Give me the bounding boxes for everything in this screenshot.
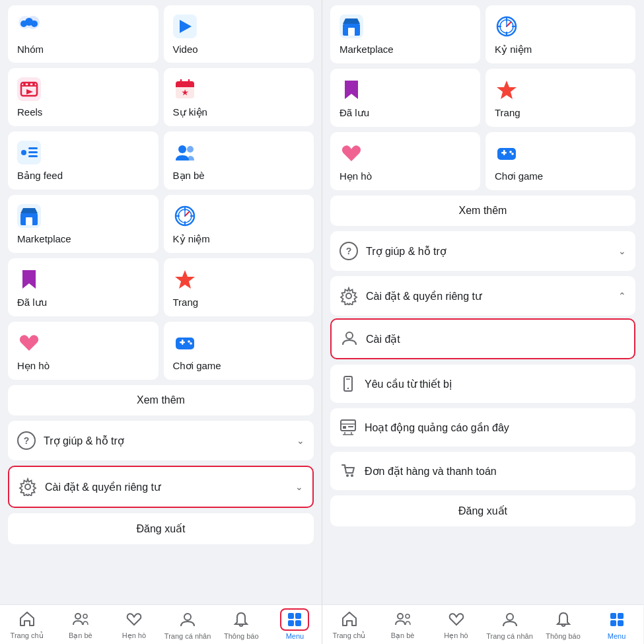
left-trogiup-row[interactable]: ? Trợ giúp & hỗ trợ ⌄ [8, 421, 314, 460]
right-item-marketplace[interactable]: Marketplace [330, 5, 480, 63]
right-sub-dondat[interactable]: Đơn đặt hàng và thanh toán [330, 452, 635, 490]
left-item-marketplace[interactable]: Marketplace [8, 195, 159, 253]
right-marketplace-label: Marketplace [340, 44, 394, 55]
right-item-kyniem[interactable]: Kỷ niệm [485, 5, 635, 63]
svg-rect-24 [28, 155, 38, 157]
sukien-label: Sự kiện [173, 106, 207, 118]
choigame-label: Chơi game [173, 360, 221, 372]
right-sub-hoatdong-label: Hoạt động quảng cáo gần đây [365, 421, 509, 434]
profile-icon [173, 608, 202, 631]
nhom-label: Nhóm [17, 44, 44, 55]
henho-label: Hẹn hò [17, 360, 50, 372]
left-item-bangfeed[interactable]: Bảng feed [8, 131, 159, 190]
left-item-daluu[interactable]: Đã lưu [8, 258, 159, 316]
left-bottom-nav: Trang chủ Bạn bè Hẹn hò Trang cá nhân Th… [0, 604, 322, 644]
right-grid-row-1: Marketplace Kỷ niệm [330, 5, 635, 63]
left-grid-row-2: Reels ★ Sự kiện [8, 68, 314, 126]
right-item-trang[interactable]: Trang [485, 69, 635, 127]
right-nav-bell[interactable]: Thông báo [536, 608, 590, 640]
left-item-banbe[interactable]: Bạn bè [164, 131, 314, 190]
banbe-label: Bạn bè [173, 170, 205, 182]
right-sub-yeucau[interactable]: Yêu cầu từ thiết bị [330, 365, 635, 403]
left-nav-tranchu[interactable]: Trang chủ [0, 608, 54, 640]
svg-rect-50 [295, 613, 301, 619]
right-caidat-section-row[interactable]: Cài đặt & quyền riêng tư ⌃ [330, 276, 635, 316]
left-item-nhom[interactable]: Nhóm [8, 5, 159, 63]
left-nav-tranchu-label: Trang chủ [11, 631, 44, 640]
kyniem-label: Kỷ niệm [173, 233, 210, 245]
right-sub-hoatdong[interactable]: Hoạt động quảng cáo gần đây [330, 408, 635, 447]
right-dangxuat-button[interactable]: Đăng xuất [330, 495, 635, 526]
right-nav-profile-label: Trang cá nhân [486, 632, 533, 640]
right-nav-menu[interactable]: Menu [590, 608, 643, 640]
left-nav-menu[interactable]: Menu [268, 608, 322, 640]
right-trogiup-left: ? Trợ giúp & hỗ trợ [340, 242, 447, 260]
right-trogiup-row[interactable]: ? Trợ giúp & hỗ trợ ⌄ [330, 231, 635, 271]
trang-icon [173, 268, 197, 291]
svg-rect-90 [610, 620, 616, 626]
left-item-sukien[interactable]: ★ Sự kiện [164, 68, 314, 126]
svg-point-72 [346, 332, 353, 339]
right-nav-tranchu-label: Trang chủ [332, 631, 365, 640]
svg-rect-88 [610, 613, 616, 619]
caidat-section-label: Cài đặt & quyền riêng tư [45, 481, 161, 493]
svg-rect-89 [618, 613, 624, 619]
left-caidat-row[interactable]: Cài đặt & quyền riêng tư ⌄ [8, 466, 314, 508]
right-marketplace-icon [340, 15, 363, 38]
svg-point-21 [21, 150, 26, 155]
left-nav-profile[interactable]: Trang cá nhân [161, 608, 215, 640]
left-item-video[interactable]: Video [164, 5, 314, 63]
right-item-henho[interactable]: Hẹn hò [330, 132, 480, 190]
right-nav-profile[interactable]: Trang cá nhân [483, 608, 536, 640]
left-scroll-area: Nhóm Video Reels ★ Sự kiện [0, 0, 322, 604]
left-panel: Nhóm Video Reels ★ Sự kiện [0, 0, 322, 644]
right-xemthem-button[interactable]: Xem thêm [330, 196, 635, 226]
left-nav-bell-label: Thông báo [224, 632, 259, 640]
svg-text:★: ★ [182, 89, 189, 96]
right-nav-banbe[interactable]: Bạn bè [376, 608, 429, 640]
video-icon [173, 15, 197, 38]
device-icon [340, 375, 357, 392]
svg-point-87 [507, 614, 513, 620]
left-nav-henho[interactable]: Hẹn hò [107, 608, 161, 640]
banbe-icon [173, 141, 197, 164]
menu-icon [287, 612, 302, 627]
right-nav-banbe-label: Bạn bè [391, 631, 415, 640]
left-item-reels[interactable]: Reels [8, 68, 159, 126]
right-nav-bell-label: Thông báo [546, 632, 581, 640]
right-grid-row-2: Đã lưu Trang [330, 69, 635, 127]
left-xemthem-button[interactable]: Xem thêm [8, 385, 314, 415]
right-sub-caidat-label: Cài đặt [366, 333, 400, 345]
svg-point-83 [346, 474, 349, 477]
svg-rect-29 [26, 217, 32, 225]
right-item-choigame[interactable]: Chơi game [485, 132, 635, 190]
left-grid-row-3: Bảng feed Bạn bè [8, 131, 314, 190]
left-nav-banbe[interactable]: Bạn bè [54, 608, 107, 640]
friends-icon [66, 608, 95, 630]
reels-icon [17, 77, 41, 101]
left-item-henho[interactable]: Hẹn hò [8, 322, 159, 380]
left-item-kyniem[interactable]: Kỷ niệm [164, 195, 314, 253]
svg-point-44 [190, 342, 192, 345]
right-nav-henho[interactable]: Hẹn hò [429, 608, 483, 640]
svg-marker-38 [22, 270, 36, 289]
right-item-daluu[interactable]: Đã lưu [330, 69, 480, 127]
left-item-choigame[interactable]: Chơi game [164, 322, 314, 380]
right-trang-label: Trang [495, 107, 520, 118]
svg-point-84 [351, 474, 353, 477]
left-grid-row-6: Hẹn hò Chơi game [8, 322, 314, 380]
left-nav-bell[interactable]: Thông báo [215, 608, 268, 640]
video-label: Video [173, 44, 198, 55]
left-grid-row-5: Đã lưu Trang [8, 258, 314, 316]
left-nav-menu-label: Menu [286, 632, 304, 640]
right-caidat-left: Cài đặt & quyền riêng tư [340, 287, 482, 305]
right-home-icon [335, 608, 364, 630]
left-dangxuat-button[interactable]: Đăng xuất [8, 513, 314, 544]
left-item-trang[interactable]: Trang [164, 258, 314, 316]
left-grid-row-4: Marketplace Kỷ niệm [8, 195, 314, 253]
right-sub-caidat[interactable]: Cài đặt [330, 318, 635, 359]
right-menu-icon-box [602, 608, 631, 631]
right-nav-tranchu[interactable]: Trang chủ [322, 608, 376, 640]
svg-point-43 [188, 340, 190, 343]
caidat-gear-icon [18, 478, 37, 496]
